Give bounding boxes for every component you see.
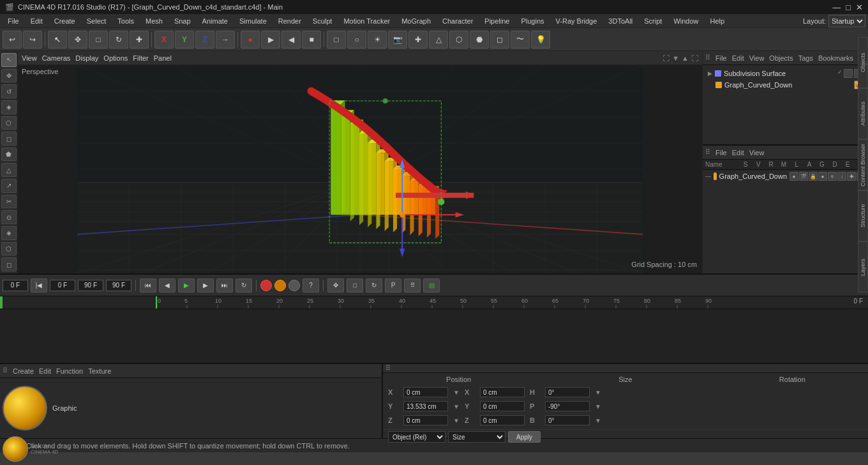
tool-move[interactable]: ↖ bbox=[1, 53, 17, 67]
menu-simulate[interactable]: Simulate bbox=[234, 16, 272, 26]
mat-edit[interactable]: Edit bbox=[39, 367, 51, 375]
light-button[interactable]: ☀ bbox=[368, 31, 387, 49]
menu-render[interactable]: Render bbox=[273, 16, 306, 26]
obj-top-edit[interactable]: Edit bbox=[732, 54, 744, 62]
material-ball-graphic[interactable] bbox=[3, 386, 47, 431]
vsidebar-structure[interactable]: Structure bbox=[858, 190, 868, 241]
keys-button[interactable]: ⠿ bbox=[404, 278, 421, 293]
spline-button[interactable]: 〜 bbox=[511, 31, 530, 49]
menu-pipeline[interactable]: Pipeline bbox=[479, 16, 514, 26]
stop-button[interactable]: ■ bbox=[302, 31, 321, 49]
menu-character[interactable]: Character bbox=[437, 16, 478, 26]
z-axis-button[interactable]: Z bbox=[195, 31, 214, 49]
menu-tools[interactable]: Tools bbox=[112, 16, 139, 26]
tool-extrude[interactable]: ⬡ bbox=[1, 116, 17, 130]
close-button[interactable]: ✕ bbox=[856, 3, 863, 12]
tool-select[interactable]: ✥ bbox=[1, 69, 17, 83]
menu-window[interactable]: Window bbox=[668, 16, 703, 26]
play-forward-button[interactable]: ▶ bbox=[261, 31, 280, 49]
question-button[interactable]: ? bbox=[303, 278, 319, 293]
menu-help[interactable]: Help bbox=[705, 16, 730, 26]
prop-size-x[interactable] bbox=[480, 387, 525, 397]
prop-size-y[interactable] bbox=[480, 401, 525, 411]
rotate-keyframe-button[interactable]: ↻ bbox=[366, 278, 382, 293]
maximize-button[interactable]: □ bbox=[846, 3, 851, 12]
title-bar-controls[interactable]: — □ ✕ bbox=[832, 3, 863, 12]
move-tool-button[interactable]: ✥ bbox=[68, 31, 87, 49]
minimize-button[interactable]: — bbox=[832, 3, 841, 12]
prop-pos-x[interactable] bbox=[403, 387, 448, 397]
obj-top-bookmarks[interactable]: Bookmarks bbox=[818, 54, 853, 62]
timeline-tracks[interactable] bbox=[0, 309, 868, 363]
prop-rot-h[interactable] bbox=[545, 387, 590, 397]
viewport-3d[interactable]: Perspective Grid Spacing : 10 cm bbox=[18, 65, 702, 273]
menu-mesh[interactable]: Mesh bbox=[140, 16, 168, 26]
apply-button[interactable]: Apply bbox=[508, 431, 541, 443]
tool-smooth[interactable]: ◻ bbox=[1, 257, 17, 271]
menu-3dtoall[interactable]: 3DToAll bbox=[603, 16, 638, 26]
world-button[interactable]: → bbox=[216, 31, 235, 49]
viewport-icon-fullscreen[interactable]: ⛶ bbox=[691, 54, 698, 62]
prop-pos-y-arrow[interactable]: ▼ bbox=[453, 403, 460, 410]
viewport-icon-expand[interactable]: ⛶ bbox=[662, 54, 670, 62]
go-start-button[interactable]: ⏮ bbox=[140, 278, 156, 293]
prop-pos-x-arrow[interactable]: ▼ bbox=[453, 389, 460, 396]
obj-row-graph[interactable]: Graph_Curved_Down 📦 bbox=[705, 79, 865, 91]
prop-rot-b-arrow[interactable]: ▼ bbox=[595, 417, 601, 424]
param-button[interactable]: P bbox=[385, 278, 401, 293]
tool-bevel[interactable]: ◻ bbox=[1, 132, 17, 146]
obj-row-subdivision[interactable]: ▶ Subdivision Surface ✓ bbox=[705, 68, 865, 79]
menu-vray[interactable]: V-Ray Bridge bbox=[551, 16, 602, 26]
viewport-menu-filter[interactable]: Filter bbox=[133, 54, 148, 62]
snap-timeline-button[interactable]: ▤ bbox=[423, 278, 440, 293]
obj-top-tags[interactable]: Tags bbox=[798, 54, 813, 62]
record-dot[interactable] bbox=[260, 280, 272, 291]
viewport-icon-down[interactable]: ▼ bbox=[672, 54, 679, 62]
prev-frame-button[interactable]: ◀ bbox=[159, 278, 176, 293]
timeline-ruler[interactable]: 0 5 10 15 20 25 30 35 40 bbox=[0, 296, 868, 309]
loop-button[interactable]: ↻ bbox=[236, 278, 252, 293]
menu-sculpt[interactable]: Sculpt bbox=[308, 16, 338, 26]
tool-scale[interactable]: ◈ bbox=[1, 100, 17, 114]
prop-rot-p-arrow[interactable]: ▼ bbox=[595, 403, 601, 410]
prop-size-z[interactable] bbox=[480, 415, 525, 425]
prop-rot-h-arrow[interactable]: ▼ bbox=[595, 389, 601, 396]
undo-button[interactable]: ↩ bbox=[3, 31, 22, 49]
tool-magnet[interactable]: ⊙ bbox=[1, 210, 17, 224]
layout-select[interactable]: Startup bbox=[828, 15, 865, 27]
viewport-menu-panel[interactable]: Panel bbox=[154, 54, 172, 62]
cube-button[interactable]: □ bbox=[327, 31, 346, 49]
menu-script[interactable]: Script bbox=[639, 16, 667, 26]
coord-system-select[interactable]: Object (Rel) World bbox=[388, 431, 445, 443]
prop-rot-b[interactable] bbox=[545, 415, 590, 425]
mat-create[interactable]: Create bbox=[13, 367, 34, 375]
scale-keyframe-button[interactable]: □ bbox=[347, 278, 363, 293]
prop-pos-z[interactable] bbox=[403, 415, 448, 425]
tool-knife[interactable]: ✂ bbox=[1, 195, 17, 209]
menu-animate[interactable]: Animate bbox=[197, 16, 233, 26]
prop-pos-z-arrow[interactable]: ▼ bbox=[453, 417, 460, 424]
end-frame-input[interactable] bbox=[78, 280, 103, 291]
viewport-menu-view[interactable]: View bbox=[22, 54, 37, 62]
menu-snap[interactable]: Snap bbox=[169, 16, 196, 26]
record-button[interactable]: ● bbox=[241, 31, 260, 49]
vsidebar-layers[interactable]: Layers bbox=[858, 241, 868, 293]
menu-create[interactable]: Create bbox=[49, 16, 80, 26]
menu-mograph[interactable]: MoGraph bbox=[396, 16, 436, 26]
menu-edit[interactable]: Edit bbox=[26, 16, 48, 26]
obj-bot-view[interactable]: View bbox=[749, 149, 765, 156]
current-frame-input[interactable] bbox=[3, 280, 28, 291]
viewport-menu-cameras[interactable]: Cameras bbox=[42, 54, 71, 62]
obj-top-file[interactable]: File bbox=[715, 54, 727, 62]
vsidebar-attributes[interactable]: Attributes bbox=[858, 88, 868, 139]
go-end-button[interactable]: ⏭ bbox=[216, 278, 233, 293]
polygon-button[interactable]: △ bbox=[429, 31, 448, 49]
menu-select[interactable]: Select bbox=[82, 16, 112, 26]
obj-bot-edit[interactable]: Edit bbox=[732, 149, 744, 156]
vsidebar-content[interactable]: Content Browser bbox=[858, 139, 868, 190]
obj-bot-file[interactable]: File bbox=[715, 149, 727, 156]
obj-top-objects[interactable]: Objects bbox=[769, 54, 793, 62]
prop-rot-p[interactable] bbox=[545, 401, 590, 411]
start-frame-input[interactable] bbox=[50, 280, 75, 291]
viewport-menu-options[interactable]: Options bbox=[103, 54, 128, 62]
